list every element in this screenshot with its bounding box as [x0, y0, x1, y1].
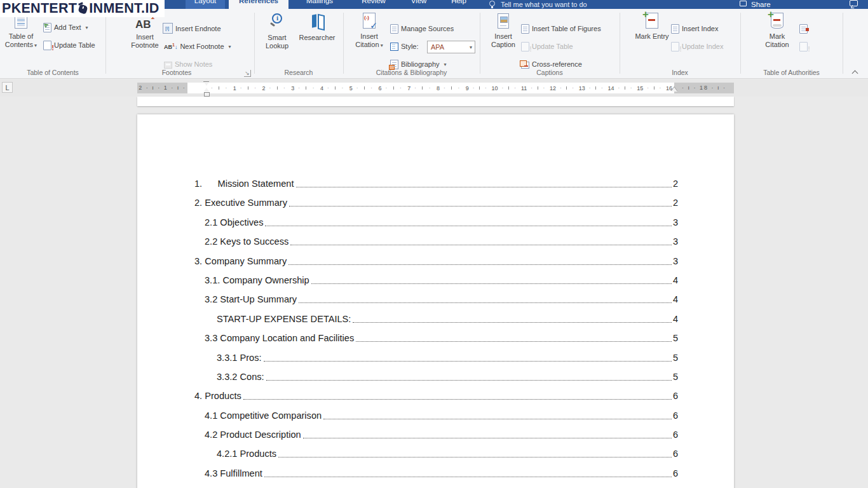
- update-index-button[interactable]: Update Index: [671, 39, 723, 53]
- smart-lookup-button[interactable]: Smart Lookup: [259, 11, 295, 69]
- toc-entry-row: 2. Executive Summary 2: [194, 193, 678, 212]
- dot-leader: [289, 193, 672, 207]
- ruler-cm-cell: ··16: [645, 83, 674, 93]
- ribbon-tab-mailings[interactable]: Mailings: [296, 0, 343, 9]
- mouse-icon: [78, 4, 88, 15]
- mark-citation-button[interactable]: Mark Citation: [757, 11, 797, 69]
- style-label-row: Style:: [390, 39, 419, 53]
- table-of-contents-field[interactable]: 1. Mission Statement 2 2. Executive Summ…: [194, 174, 678, 488]
- dot-leader: [311, 271, 672, 284]
- tell-me-box[interactable]: Tell me what you want to do: [501, 0, 587, 9]
- toc-entry-row: 3.1. Company Ownership 4: [194, 271, 678, 290]
- dot-leader: [353, 309, 671, 323]
- ruler-left-margin: 2 · ı · 1 · ı ·: [137, 83, 187, 93]
- update-table-captions-icon: [521, 42, 529, 51]
- collapse-ribbon-button[interactable]: [853, 70, 858, 75]
- toc-entry-row: 4.2.1 Products 6: [194, 444, 678, 463]
- toc-page-number: 2: [673, 174, 678, 193]
- share-button[interactable]: Share: [751, 0, 771, 9]
- toc-entry-row: 3. Company Summary 3: [194, 252, 678, 271]
- insert-table-of-authorities-icon: [799, 24, 808, 34]
- dot-leader: [356, 329, 672, 342]
- citation-style-combobox[interactable]: APA: [427, 41, 475, 53]
- researcher-button[interactable]: Researcher: [296, 11, 338, 69]
- toc-entry-label: 2.1 Objectives: [205, 213, 263, 232]
- toc-page-number: 6: [673, 386, 678, 405]
- ribbon-tab-layout[interactable]: Layout: [186, 0, 225, 9]
- update-table-captions-button[interactable]: Update Table: [521, 39, 573, 53]
- manage-sources-button[interactable]: Manage Sources: [390, 22, 454, 36]
- toc-entry-row: 3.3.1 Pros: 5: [194, 348, 678, 367]
- ruler: ··1··2··3··4··5··6··7··8··9··10··11··12·…: [187, 83, 674, 93]
- toc-entry-label: 4.2.1 Products: [217, 444, 276, 463]
- toc-entry-label: 4.3 Fulfillment: [205, 464, 262, 483]
- mark-citation-icon: [771, 13, 783, 29]
- logo-text-left: PKENTERT: [2, 1, 77, 17]
- insert-table-of-figures-button[interactable]: Insert Table of Figures: [521, 22, 601, 36]
- dot-leader: [278, 444, 672, 458]
- toc-entry-row: 3.3 Company Location and Facilities 5: [194, 329, 678, 348]
- insert-caption-button[interactable]: Insert Caption: [487, 11, 520, 69]
- dot-leader: [296, 174, 672, 187]
- insert-endnote-button[interactable]: Insert Endnote: [164, 22, 221, 36]
- insert-footnote-button[interactable]: AB1 Insert Footnote: [127, 11, 163, 69]
- toc-entry-label: 4.4 Future Services: [205, 483, 285, 488]
- insert-caption-icon: [498, 13, 509, 29]
- ribbon-tab-view[interactable]: View: [403, 0, 435, 9]
- right-indent-marker[interactable]: [671, 87, 677, 92]
- ribbon: Table of Contents Add Text Update Table …: [0, 9, 868, 79]
- toc-entry-label: 3.2 Start-Up Summary: [205, 290, 297, 309]
- ribbon-tab-help[interactable]: Help: [444, 0, 474, 9]
- left-indent-marker[interactable]: [204, 92, 210, 97]
- next-footnote-button[interactable]: AB1 Next Footnote: [164, 39, 231, 53]
- add-text-button[interactable]: Add Text: [43, 20, 88, 34]
- first-line-indent-marker[interactable]: [204, 82, 209, 86]
- document-canvas: 1. Mission Statement 2 2. Executive Summ…: [0, 97, 868, 488]
- ruler-right-margin: · ı · 18 · ı ·: [674, 83, 734, 93]
- toc-entry-label: 4. Products: [194, 386, 241, 405]
- update-authorities-table-button[interactable]: [799, 39, 808, 53]
- tab-stop-selector[interactable]: L: [2, 82, 13, 93]
- dot-leader: [303, 425, 672, 438]
- hanging-indent-marker[interactable]: [204, 88, 209, 92]
- toc-entry-label: 3.3.2 Cons:: [217, 367, 264, 386]
- toc-entry-row: 4. Products 6: [194, 386, 678, 405]
- share-icon: [740, 1, 747, 6]
- toc-page-number: 6: [673, 425, 678, 444]
- toc-entry-label: 4.1 Competitive Comparison: [205, 406, 322, 425]
- ruler-cm-cell: ··4: [296, 83, 325, 93]
- dot-leader: [265, 213, 671, 226]
- insert-table-of-figures-icon: [521, 24, 529, 34]
- smart-lookup-icon: [269, 13, 285, 30]
- update-table-button[interactable]: Update Table: [43, 38, 95, 52]
- researcher-icon: [309, 13, 325, 30]
- ribbon-tab-references[interactable]: References: [229, 0, 288, 9]
- mark-entry-button[interactable]: Mark Entry: [634, 11, 670, 69]
- ribbon-tab-review[interactable]: Review: [353, 0, 394, 9]
- table-of-contents-button[interactable]: Table of Contents: [3, 11, 39, 69]
- logo-text-right: INMENT.ID: [89, 1, 159, 17]
- insert-index-button[interactable]: Insert Index: [671, 22, 718, 36]
- insert-endnote-icon: [164, 24, 173, 34]
- ruler-cm-cell: ··5: [325, 83, 355, 93]
- toc-entry-label: 3. Company Summary: [194, 252, 287, 271]
- footnotes-dialog-launcher[interactable]: ↘: [244, 70, 251, 77]
- comments-icon[interactable]: [850, 0, 858, 6]
- style-icon: [390, 43, 398, 51]
- ruler-cm-cell: ··7: [384, 83, 413, 93]
- dot-leader: [266, 367, 672, 381]
- group-label-research: Research: [254, 69, 343, 76]
- dot-leader: [288, 252, 672, 265]
- ruler-cm-cell: ··1: [209, 83, 238, 93]
- update-table-icon: [43, 41, 51, 50]
- ruler-cm-cell: ··12: [529, 83, 558, 93]
- toc-page-number: 6: [673, 406, 678, 425]
- insert-table-of-authorities-button[interactable]: [799, 22, 808, 36]
- dot-leader: [290, 232, 672, 245]
- toc-page-number: 5: [673, 348, 678, 367]
- insert-citation-button[interactable]: Insert Citation: [351, 11, 388, 69]
- toc-entry-row: 1. Mission Statement 2: [194, 174, 678, 193]
- document-page[interactable]: 1. Mission Statement 2 2. Executive Summ…: [137, 114, 734, 488]
- group-label-index: Index: [620, 69, 740, 76]
- mark-entry-icon: [646, 13, 658, 29]
